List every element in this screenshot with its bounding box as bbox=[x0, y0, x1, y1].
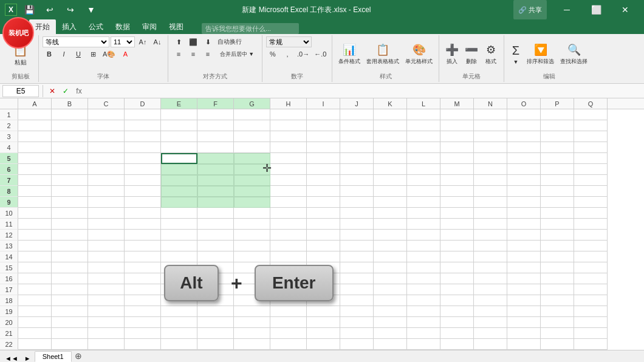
list-item[interactable] bbox=[474, 208, 507, 219]
list-item[interactable] bbox=[18, 153, 52, 164]
list-item[interactable] bbox=[507, 317, 541, 328]
list-item[interactable] bbox=[52, 339, 88, 350]
list-item[interactable] bbox=[197, 339, 234, 350]
list-item[interactable] bbox=[125, 186, 161, 197]
quick-access-undo[interactable]: ↩ bbox=[41, 1, 58, 18]
list-item[interactable] bbox=[407, 295, 440, 306]
col-header-g[interactable]: G bbox=[234, 98, 270, 109]
list-item[interactable] bbox=[474, 120, 507, 131]
list-item[interactable] bbox=[574, 153, 608, 164]
list-item[interactable] bbox=[307, 208, 340, 219]
list-item[interactable] bbox=[374, 306, 407, 317]
list-item[interactable] bbox=[161, 164, 197, 175]
list-item[interactable] bbox=[52, 164, 88, 175]
list-item[interactable] bbox=[407, 306, 440, 317]
list-item[interactable] bbox=[440, 197, 474, 208]
list-item[interactable] bbox=[374, 208, 407, 219]
list-item[interactable] bbox=[52, 208, 88, 219]
list-item[interactable] bbox=[374, 197, 407, 208]
list-item[interactable] bbox=[340, 153, 374, 164]
list-item[interactable] bbox=[340, 251, 374, 262]
row-num-3[interactable]: 3 bbox=[0, 131, 18, 142]
list-item[interactable] bbox=[307, 241, 340, 251]
list-item[interactable] bbox=[340, 230, 374, 241]
list-item[interactable] bbox=[234, 306, 270, 317]
list-item[interactable] bbox=[52, 120, 88, 131]
list-item[interactable] bbox=[407, 284, 440, 295]
list-item[interactable] bbox=[440, 251, 474, 262]
list-item[interactable] bbox=[340, 273, 374, 284]
fill-color-button[interactable]: A🎨 bbox=[101, 49, 117, 60]
list-item[interactable] bbox=[307, 164, 340, 175]
list-item[interactable] bbox=[574, 230, 608, 241]
list-item[interactable] bbox=[407, 208, 440, 219]
list-item[interactable] bbox=[474, 241, 507, 251]
list-item[interactable] bbox=[407, 251, 440, 262]
list-item[interactable] bbox=[52, 131, 88, 142]
list-item[interactable] bbox=[52, 186, 88, 197]
sheet-tab-scroll-right[interactable]: ► bbox=[22, 355, 33, 362]
list-item[interactable] bbox=[52, 273, 88, 284]
list-item[interactable] bbox=[197, 175, 234, 186]
list-item[interactable] bbox=[440, 175, 474, 186]
list-item[interactable] bbox=[440, 208, 474, 219]
list-item[interactable] bbox=[234, 328, 270, 339]
row-num-18[interactable]: 18 bbox=[0, 295, 18, 306]
list-item[interactable] bbox=[18, 164, 52, 175]
list-item[interactable] bbox=[541, 219, 574, 230]
maximize-button[interactable]: ⬜ bbox=[582, 0, 610, 19]
list-item[interactable] bbox=[197, 142, 234, 153]
col-header-j[interactable]: J bbox=[340, 98, 374, 109]
col-header-q[interactable]: Q bbox=[574, 98, 608, 109]
table-format-button[interactable]: 📋 套用表格格式 bbox=[364, 38, 402, 72]
list-item[interactable] bbox=[234, 175, 270, 186]
list-item[interactable] bbox=[88, 273, 125, 284]
list-item[interactable] bbox=[18, 219, 52, 230]
list-item[interactable] bbox=[270, 142, 307, 153]
list-item[interactable] bbox=[507, 197, 541, 208]
list-item[interactable] bbox=[340, 306, 374, 317]
row-num-19[interactable]: 19 bbox=[0, 306, 18, 317]
list-item[interactable] bbox=[161, 142, 197, 153]
list-item[interactable] bbox=[18, 230, 52, 241]
list-item[interactable] bbox=[125, 197, 161, 208]
list-item[interactable] bbox=[507, 120, 541, 131]
row-num-12[interactable]: 12 bbox=[0, 230, 18, 241]
list-item[interactable] bbox=[18, 262, 52, 273]
list-item[interactable] bbox=[161, 317, 197, 328]
list-item[interactable] bbox=[125, 153, 161, 164]
list-item[interactable] bbox=[270, 197, 307, 208]
list-item[interactable] bbox=[52, 142, 88, 153]
list-item[interactable] bbox=[474, 262, 507, 273]
font-name-select[interactable]: 等线 bbox=[43, 36, 109, 47]
list-item[interactable] bbox=[270, 164, 307, 175]
close-button[interactable]: ✕ bbox=[611, 0, 639, 19]
col-header-l[interactable]: L bbox=[407, 98, 440, 109]
list-item[interactable] bbox=[52, 219, 88, 230]
list-item[interactable] bbox=[88, 262, 125, 273]
list-item[interactable] bbox=[507, 186, 541, 197]
list-item[interactable] bbox=[161, 241, 197, 251]
list-item[interactable] bbox=[270, 306, 307, 317]
list-item[interactable] bbox=[474, 153, 507, 164]
list-item[interactable] bbox=[197, 317, 234, 328]
list-item[interactable] bbox=[407, 219, 440, 230]
list-item[interactable] bbox=[574, 251, 608, 262]
list-item[interactable] bbox=[440, 317, 474, 328]
quick-access-dropdown[interactable]: ▼ bbox=[83, 1, 100, 18]
list-item[interactable] bbox=[307, 230, 340, 241]
list-item[interactable] bbox=[125, 131, 161, 142]
list-item[interactable] bbox=[161, 328, 197, 339]
list-item[interactable] bbox=[234, 131, 270, 142]
list-item[interactable] bbox=[440, 131, 474, 142]
list-item[interactable] bbox=[340, 208, 374, 219]
list-item[interactable] bbox=[541, 175, 574, 186]
list-item[interactable] bbox=[18, 208, 52, 219]
list-item[interactable] bbox=[407, 175, 440, 186]
list-item[interactable] bbox=[270, 251, 307, 262]
list-item[interactable] bbox=[374, 328, 407, 339]
align-center-button[interactable]: ≡ bbox=[187, 49, 200, 60]
list-item[interactable] bbox=[125, 328, 161, 339]
insert-function-button[interactable]: fx bbox=[74, 86, 84, 97]
list-item[interactable] bbox=[88, 131, 125, 142]
